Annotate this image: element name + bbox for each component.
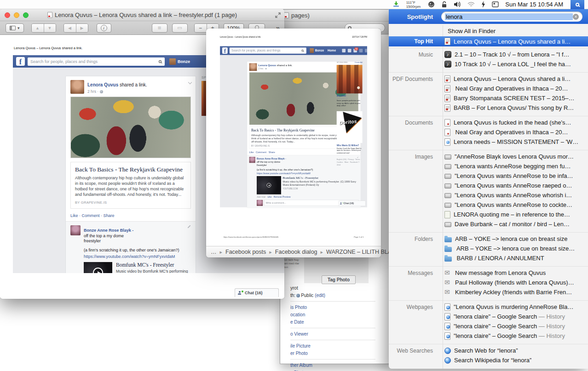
post-author-link[interactable]: Lenora Quvus xyxy=(87,82,118,87)
bolt-icon[interactable] xyxy=(481,1,485,8)
clear-icon[interactable]: × xyxy=(573,14,579,20)
info-button[interactable] xyxy=(97,23,111,33)
video-thumbnail[interactable] xyxy=(84,262,112,273)
spotlight-result[interactable]: Kimberley Ackley (friends with Barrie Fr… xyxy=(389,287,588,297)
view-menu-button[interactable] xyxy=(6,23,24,33)
comment-author-link[interactable]: Bonze Anne Rose Blayk - xyxy=(84,228,133,233)
bg-tiny-text-fragment: But rack hug- part med rilar sion xyxy=(283,258,301,269)
volume-icon[interactable] xyxy=(454,1,461,7)
spotlight-result[interactable]: Search Wikipedia for “lenora” xyxy=(389,355,588,365)
page-up-down-buttons[interactable] xyxy=(31,23,56,33)
menu-bar-clock[interactable]: Sun Mar 15 10:54 AM xyxy=(505,1,563,8)
spotlight-show-all[interactable]: Show All in Finder xyxy=(389,25,588,36)
notifications-icon: 11 xyxy=(353,49,357,52)
zoom-out-icon[interactable] xyxy=(195,24,207,32)
forward-icon[interactable] xyxy=(76,24,88,32)
post-timestamp[interactable]: 2 hrs · xyxy=(87,89,147,94)
bg-menu-link-fragment[interactable]: o Viewer xyxy=(290,331,382,337)
spotlight-result[interactable]: Images"AnneRose Blayk loves Lenora Quvus… xyxy=(389,152,588,161)
bg-audience-row[interactable]: th:Public (edit) xyxy=(290,293,382,298)
spotlight-result[interactable]: FoldersARB – YOKE –> lenora cue on breas… xyxy=(389,234,588,244)
spotlight-result[interactable]: Dave Burbank – cat / monitor / bird – Le… xyxy=(389,219,588,229)
spotlight-result[interactable]: 10 Track 10 √ – Lenora LOL _I feel the h… xyxy=(389,59,588,69)
grid-icon[interactable] xyxy=(492,1,499,7)
evernote-icon[interactable] xyxy=(428,1,435,8)
bg-menu-link-fragment[interactable]: ile Picture xyxy=(290,343,382,348)
tag-photo-button[interactable]: Tag Photo xyxy=(322,275,356,284)
link-title[interactable]: Back To Basics - The Reykjavik Grapevine xyxy=(75,166,186,173)
play-icon[interactable] xyxy=(93,268,103,273)
shared-link-box[interactable]: Back To Basics - The Reykjavik Grapevine… xyxy=(70,162,191,209)
spotlight-result[interactable]: "lenora claire" – Google Search — Histor… xyxy=(389,321,588,331)
spotlight-result[interactable]: Lenora needs – MISSION STATEMENT – 'W… xyxy=(389,137,588,147)
spotlight-result[interactable]: "lenora claire" – Google Search — Histor… xyxy=(389,331,588,341)
spotlight-result[interactable]: "Lenora Quvus wants AnneRose to be infa… xyxy=(389,171,588,181)
page-down-icon[interactable] xyxy=(44,24,56,32)
spotlight-result[interactable]: "Lenora Quvus wants AnneRose raeped o… xyxy=(389,181,588,190)
spotlight-result[interactable]: Webpages"Lenora Quvus is murdering AnneR… xyxy=(389,302,588,312)
spotlight-section-music: Music2.1 – 10 – Track 10 √ – from Lenora… xyxy=(389,48,588,71)
spotlight-result[interactable]: Barry Stompanata SCREEN TEST – 2015–… xyxy=(389,93,588,103)
spotlight-result[interactable]: Paul Holloway (friends with Lenora Quvus… xyxy=(389,278,588,287)
path-bar-crumb[interactable]: … xyxy=(211,249,225,255)
spotlight-result[interactable]: PDF DocumentsLenora Quvus – Lenora Quvus… xyxy=(389,74,588,84)
download-icon[interactable] xyxy=(392,1,400,8)
lock-icon[interactable] xyxy=(441,1,447,8)
spotlight-result[interactable]: BARB / LENORA / ANNULMENT xyxy=(389,253,588,263)
avatar[interactable] xyxy=(70,225,81,235)
chevron-down-icon[interactable] xyxy=(188,80,192,84)
spotlight-result[interactable]: "lenora claire" – Google Search — Histor… xyxy=(389,312,588,321)
print-preview-panel[interactable]: Lenora Quvus – Lenora Quvus shared a lin… xyxy=(206,29,381,257)
video-title[interactable]: Bomfunk MC's - Freestyler xyxy=(116,262,191,268)
spotlight-result[interactable]: LENORA quoting me – in reference to the… xyxy=(389,210,588,219)
spotlight-result[interactable]: Neal Gray and Operatives in Ithaca – 20… xyxy=(389,127,588,137)
spotlight-result[interactable]: BARB – For Lenora Quvus/ This song by R… xyxy=(389,103,588,113)
facebook-search-field[interactable]: Search for people, places and things xyxy=(28,57,165,66)
bg-menu-link-fragment[interactable]: is Photo xyxy=(290,305,382,310)
bg-menu-link-fragment[interactable]: er Photo xyxy=(290,351,382,356)
post-action-links[interactable]: Like · Comment · Share xyxy=(66,212,196,221)
path-bar-crumb[interactable]: Facebook posts xyxy=(225,249,275,255)
doc-icon xyxy=(444,129,450,136)
avatar[interactable] xyxy=(70,80,84,94)
wifi-icon[interactable] xyxy=(467,2,475,7)
fullscreen-icon[interactable] xyxy=(275,12,281,18)
profile-link[interactable]: Bonze xyxy=(178,59,190,64)
spotlight-result[interactable]: "Lenora wants AnneRose begging men fu… xyxy=(389,161,588,171)
back-forward-buttons[interactable] xyxy=(63,23,88,33)
spotlight-result-label: Lenora Quvus – Lenora Quvus shared a li… xyxy=(454,38,571,45)
video-attachment[interactable]: Bomfunk MC's - Freestyler Music video by… xyxy=(84,262,191,273)
spotlight-result[interactable]: MessagesNew message from Lenora Quvus xyxy=(389,268,588,278)
bg-window-titlebar[interactable]: pages) xyxy=(280,10,390,22)
avatar[interactable] xyxy=(169,58,176,65)
select-tool-button[interactable] xyxy=(172,23,188,33)
post-photo[interactable] xyxy=(70,97,191,158)
spotlight-result[interactable]: Neal Gray and Operatives in Ithaca – 20… xyxy=(389,84,588,93)
spotlight-result[interactable]: "Lenora Quvus wants AnneRose whorish i… xyxy=(389,190,588,200)
spotlight-result[interactable]: Web SearchesSearch Web for “lenora” xyxy=(389,346,588,355)
page-up-icon[interactable] xyxy=(32,24,44,32)
bg-menu-link-fragment[interactable]: e Date xyxy=(290,320,382,325)
music-icon xyxy=(444,61,451,68)
facebook-logo[interactable]: f xyxy=(16,57,25,66)
youtube-link[interactable]: https://www.youtube.com/watch?v=ymNFyxvI… xyxy=(84,254,191,259)
spotlight-result[interactable]: Music2.1 – 10 – Track 10 √ – from Lenora… xyxy=(389,50,588,59)
spotlight-top-hit[interactable]: Top Hit Lenora Quvus – Lenora Quvus shar… xyxy=(389,36,588,46)
post-author-link: Lenora Quvus xyxy=(258,63,276,67)
spotlight-result[interactable]: "Lenora Quvus wants AnneRose to cockte… xyxy=(389,200,588,210)
chat-bar[interactable]: Chat (16) xyxy=(235,288,279,297)
spotlight-result[interactable]: DocumentsLenora Quvus is fucked in the h… xyxy=(389,118,588,127)
preview-titlebar[interactable]: Lenora Quvus – Lenora Quvus shared a lin… xyxy=(0,9,284,21)
bg-menu-link-fragment[interactable]: ocation xyxy=(290,312,382,317)
bg-menu-link-fragment[interactable]: ther Album xyxy=(290,363,382,368)
spotlight-search-field[interactable]: lenora × xyxy=(441,11,582,22)
spotlight-result[interactable]: ARB – YOKE –> lenora cue on breast size… xyxy=(389,244,588,253)
text-tool-button[interactable] xyxy=(152,23,167,33)
spotlight-query-text: lenora xyxy=(445,13,573,20)
spotlight-menu-icon[interactable] xyxy=(571,0,584,9)
path-bar-crumb[interactable]: Facebook dialog xyxy=(275,249,326,255)
path-bar[interactable]: …Facebook postsFacebook dialogWARZONE – … xyxy=(206,246,381,257)
temperature-status[interactable]: 111°F 1500rpm xyxy=(406,0,421,9)
back-icon[interactable] xyxy=(64,24,76,32)
audience-edit-link[interactable]: (edit) xyxy=(315,293,325,298)
